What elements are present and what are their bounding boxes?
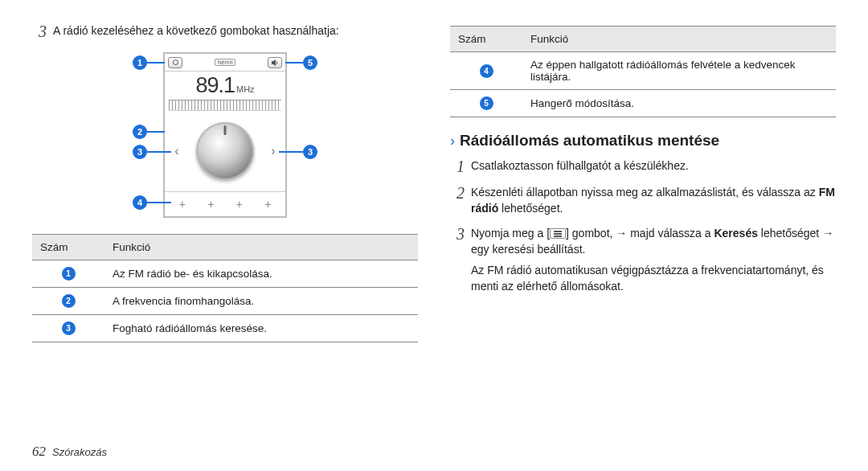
th-num: Szám bbox=[32, 235, 104, 260]
freq-value: 89.1 bbox=[195, 73, 235, 97]
subheading-title: Rádióállomás automatikus mentése bbox=[460, 132, 719, 149]
speaker-icon bbox=[268, 57, 282, 68]
th-func: Funkció bbox=[104, 235, 418, 260]
section-name: Szórakozás bbox=[52, 446, 107, 458]
plus-icon: + bbox=[262, 199, 273, 210]
th-num: Szám bbox=[450, 27, 522, 52]
plus-icon: + bbox=[205, 199, 216, 210]
freq-unit: MHz bbox=[236, 84, 255, 94]
table-row: 4Az éppen hallgatott rádióállomás felvét… bbox=[450, 52, 836, 90]
radio-figure: Némít 89.1MHz ‹ › + + + bbox=[163, 52, 287, 218]
chevron-right-icon: › bbox=[450, 133, 455, 149]
table-row: 2A frekvencia finomhangolása. bbox=[32, 288, 418, 315]
step-3: 3 A rádió kezeléséhez a következő gombok… bbox=[32, 23, 418, 41]
tuning-dial bbox=[196, 122, 254, 180]
chevron-left-icon: ‹ bbox=[171, 144, 182, 158]
freq-scale bbox=[169, 100, 281, 111]
callout-5: 5 bbox=[303, 55, 317, 70]
table-row: 5Hangerő módosítása. bbox=[450, 90, 836, 117]
callout-3-left: 3 bbox=[133, 145, 147, 159]
subheading-auto-save: › Rádióállomás automatikus mentése bbox=[450, 132, 836, 149]
function-table-right: Szám Funkció 4Az éppen hallgatott rádióá… bbox=[450, 26, 836, 117]
step-number: 3 bbox=[32, 23, 47, 41]
menu-key-icon bbox=[550, 228, 566, 239]
frequency-display: 89.1MHz bbox=[165, 72, 285, 98]
page-footer: 62 Szórakozás bbox=[32, 444, 107, 460]
step-2: 2 Készenléti állapotban nyissa meg az al… bbox=[450, 184, 836, 217]
callout-4: 4 bbox=[133, 195, 147, 210]
th-func: Funkció bbox=[522, 27, 836, 52]
function-table-left: Szám Funkció 1Az FM rádió be- és kikapcs… bbox=[32, 234, 418, 342]
power-icon bbox=[168, 57, 182, 68]
step-1: 1 Csatlakoztasson fülhallgatót a készülé… bbox=[450, 158, 836, 176]
callout-2: 2 bbox=[133, 125, 147, 139]
plus-icon: + bbox=[234, 199, 245, 210]
favorites-row: + + + + bbox=[165, 191, 285, 216]
callout-3-right: 3 bbox=[303, 145, 317, 159]
step-text: A rádió kezeléséhez a következő gombokat… bbox=[53, 23, 339, 41]
radio-ui: Némít 89.1MHz ‹ › + + + bbox=[163, 52, 287, 218]
step-3r: 3 Nyomja meg a [] gombot, → majd válassz… bbox=[450, 225, 836, 295]
plus-icon: + bbox=[177, 199, 188, 210]
mute-label: Némít bbox=[215, 59, 236, 66]
table-row: 1Az FM rádió be- és kikapcsolása. bbox=[32, 260, 418, 288]
callout-1: 1 bbox=[133, 55, 147, 70]
chevron-right-icon: › bbox=[268, 144, 279, 158]
page-number: 62 bbox=[32, 444, 46, 460]
table-row: 3Fogható rádióállomás keresése. bbox=[32, 315, 418, 342]
